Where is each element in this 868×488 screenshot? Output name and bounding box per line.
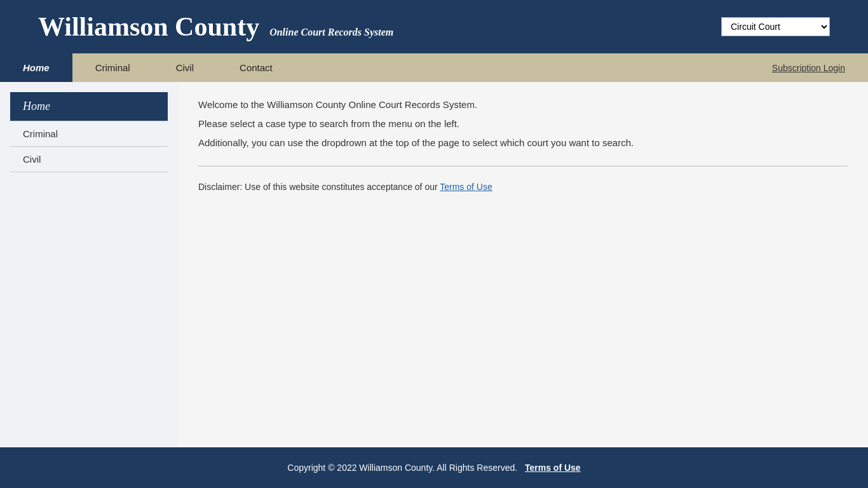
sidebar-home[interactable]: Home [10,92,168,121]
sidebar-home-label: Home [23,100,50,112]
court-select[interactable]: Circuit Court General Sessions Chancery … [721,17,830,36]
nav-spacer [295,53,749,82]
site-title: Williamson County [38,11,259,42]
sidebar-item-criminal[interactable]: Criminal [10,121,168,146]
sidebar: Home Criminal Civil [0,82,178,447]
disclaimer: Disclaimer: Use of this website constitu… [198,182,848,192]
terms-of-use-link[interactable]: Terms of Use [440,182,492,192]
footer-terms-link[interactable]: Terms of Use [525,463,581,473]
nav-contact[interactable]: Contact [217,53,295,82]
nav-home[interactable]: Home [0,53,72,82]
content-divider [198,166,848,166]
welcome-line-2: Please select a case type to search from… [198,116,848,132]
top-nav: Home Criminal Civil Contact Subscription… [0,53,868,82]
sidebar-divider-3 [10,172,168,172]
subscription-login-link[interactable]: Subscription Login [749,53,868,82]
footer-copyright: Copyright © 2022 Williamson County. All … [287,463,517,473]
disclaimer-text: Disclaimer: Use of this website constitu… [198,182,440,192]
nav-criminal[interactable]: Criminal [72,53,153,82]
header: Williamson County Online Court Records S… [0,0,868,53]
sidebar-item-civil[interactable]: Civil [10,147,168,172]
site-subtitle: Online Court Records System [269,27,393,38]
welcome-line-1: Welcome to the Williamson County Online … [198,97,848,112]
header-left: Williamson County Online Court Records S… [38,11,393,42]
welcome-line-3: Additionally, you can use the dropdrown … [198,135,848,151]
main-content: Welcome to the Williamson County Online … [178,82,868,447]
nav-civil[interactable]: Civil [153,53,217,82]
footer: Copyright © 2022 Williamson County. All … [0,447,868,488]
main-container: Home Criminal Civil Welcome to the Willi… [0,82,868,447]
